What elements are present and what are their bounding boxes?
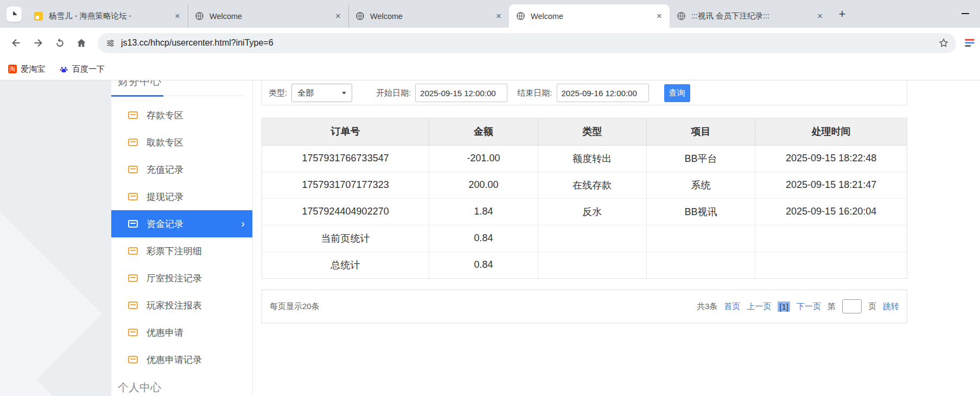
- tab-close-icon[interactable]: [815, 11, 825, 21]
- sidebar-menu-item[interactable]: 厅室投注记录: [111, 265, 252, 292]
- table-cell: 1757931766733547: [262, 145, 429, 172]
- bookmark-item[interactable]: 爱淘宝: [8, 64, 45, 74]
- menu-item-icon: [128, 329, 138, 336]
- jump-page-input[interactable]: [842, 299, 862, 313]
- forward-button[interactable]: [28, 33, 48, 53]
- table-row: 1757931766733547-201.00额度转出BB平台2025-09-1…: [262, 145, 907, 172]
- site-settings-icon: [105, 38, 116, 48]
- records-table-panel: 订单号金额类型项目处理时间 1757931766733547-201.00额度转…: [262, 118, 907, 279]
- menu-item-label: 资金记录: [147, 218, 183, 230]
- current-page-indicator: [1]: [778, 301, 790, 312]
- table-cell: [755, 252, 907, 278]
- tab-favicon: [34, 11, 43, 21]
- type-select[interactable]: 全部: [291, 84, 352, 102]
- menu-item-icon: [128, 356, 138, 363]
- type-select-value: 全部: [297, 88, 342, 98]
- tab-favicon: [355, 11, 365, 21]
- table-cell: 2025-09-15 16:20:04: [755, 198, 907, 225]
- sidebar-menu-item[interactable]: 提现记录: [111, 183, 252, 210]
- select-chevron-icon: [342, 92, 346, 95]
- tab-close-icon[interactable]: [173, 11, 182, 21]
- table-cell: [538, 225, 646, 252]
- sidebar-section-finance[interactable]: 财务中心: [111, 80, 245, 96]
- sidebar: 财务中心 存款专区 取款专区 充值记录 提现记录 资金记录 彩票下注明细 厅室投…: [111, 80, 253, 396]
- window-minimize-button[interactable]: [962, 13, 969, 14]
- first-page-link[interactable]: 首页: [724, 301, 740, 312]
- jump-label-suffix: 页: [868, 301, 876, 312]
- browser-toolbar: js13.cc/hhcp/usercenter.html?iniType=6: [0, 28, 980, 58]
- tab-list: 杨雪儿 - 海燕策略论坛 - Welcome Welcome Welcome :…: [27, 0, 830, 28]
- jump-button[interactable]: 跳转: [883, 301, 899, 312]
- tab-title: Welcome: [209, 12, 329, 21]
- table-header-cell: 项目: [646, 118, 755, 145]
- sidebar-menu-item[interactable]: 充值记录: [111, 156, 252, 183]
- new-tab-button[interactable]: [835, 7, 850, 22]
- sidebar-menu-item[interactable]: 优惠申请记录: [111, 346, 252, 373]
- tab-close-icon[interactable]: [654, 11, 664, 21]
- tab-search-button[interactable]: [7, 7, 22, 22]
- page-background: [0, 80, 111, 396]
- browser-tab[interactable]: Welcome: [348, 4, 509, 28]
- address-bar[interactable]: js13.cc/hhcp/usercenter.html?iniType=6: [98, 33, 956, 53]
- pagination-panel: 每页显示20条 共3条 首页 上一页 [1] 下一页 第 页 跳转: [262, 290, 907, 323]
- sidebar-menu-item[interactable]: 存款专区: [111, 102, 252, 129]
- home-icon: [75, 37, 87, 49]
- pager: 共3条 首页 上一页 [1] 下一页 第 页 跳转: [697, 299, 899, 313]
- table-cell: 当前页统计: [262, 225, 429, 252]
- browser-tab[interactable]: Welcome: [509, 4, 670, 28]
- tab-favicon: [676, 11, 686, 21]
- home-button[interactable]: [72, 33, 91, 53]
- chevron-right-icon: [241, 217, 245, 230]
- prev-page-link[interactable]: 上一页: [747, 301, 771, 312]
- menu-item-label: 玩家投注报表: [147, 299, 202, 312]
- menu-item-icon: [128, 193, 138, 200]
- table-cell: [646, 252, 755, 278]
- browser-tab[interactable]: Welcome: [188, 4, 348, 28]
- menu-item-icon: [128, 247, 138, 255]
- sidebar-menu-item[interactable]: 取款专区: [111, 129, 252, 156]
- tab-close-icon[interactable]: [494, 11, 504, 21]
- bookmark-star-icon[interactable]: [938, 37, 950, 51]
- sidebar-menu-item[interactable]: 优惠申请: [111, 319, 252, 346]
- table-row: 17579244049022701.84反水BB视讯2025-09-15 16:…: [262, 198, 907, 225]
- start-date-input[interactable]: [415, 84, 507, 102]
- page-content: 财务中心 存款专区 取款专区 充值记录 提现记录 资金记录 彩票下注明细 厅室投…: [0, 80, 980, 396]
- page-size-text: 每页显示20条: [270, 301, 320, 312]
- table-cell: [755, 225, 907, 252]
- reload-icon: [54, 37, 66, 49]
- table-cell: 2025-09-15 18:22:48: [755, 145, 907, 172]
- sidebar-menu-item[interactable]: 玩家投注报表: [111, 292, 252, 319]
- tab-favicon: [194, 11, 204, 21]
- menu-item-label: 存款专区: [147, 109, 183, 122]
- bookmark-item[interactable]: 百度一下: [59, 64, 105, 74]
- forward-arrow-icon: [32, 37, 44, 49]
- table-cell: 1757924404902270: [262, 198, 429, 225]
- browser-tab[interactable]: :::视讯 会员下注纪录:::: [670, 4, 830, 28]
- table-row: 1757931707177323200.00在线存款系统2025-09-15 1…: [262, 172, 907, 198]
- next-page-link[interactable]: 下一页: [797, 301, 821, 312]
- table-cell: 1.84: [429, 198, 538, 225]
- end-date-input[interactable]: [557, 84, 649, 102]
- sidebar-section-personal[interactable]: 个人中心: [118, 380, 161, 395]
- table-cell: 0.84: [429, 252, 538, 278]
- table-cell: [646, 225, 755, 252]
- table-header-cell: 订单号: [262, 118, 429, 145]
- jump-label-prefix: 第: [828, 301, 836, 312]
- back-button[interactable]: [7, 33, 26, 53]
- sidebar-menu-item[interactable]: 资金记录: [111, 210, 252, 237]
- side-panel-icon[interactable]: [962, 35, 978, 51]
- table-cell: 2025-09-15 18:21:47: [755, 172, 907, 198]
- menu-item-label: 厅室投注记录: [147, 272, 202, 285]
- type-filter-label: 类型:: [269, 88, 287, 98]
- sidebar-menu-item[interactable]: 彩票下注明细: [111, 237, 252, 265]
- query-button[interactable]: 查询: [664, 84, 690, 102]
- reload-button[interactable]: [50, 33, 69, 53]
- table-cell: 0.84: [429, 225, 538, 252]
- browser-tab[interactable]: 杨雪儿 - 海燕策略论坛 -: [27, 4, 188, 28]
- table-cell: 1757931707177323: [262, 172, 429, 198]
- menu-item-icon: [128, 139, 138, 146]
- table-cell: BB视讯: [646, 198, 755, 225]
- bookmark-label: 百度一下: [72, 64, 105, 74]
- tab-close-icon[interactable]: [333, 11, 343, 21]
- table-header-cell: 类型: [538, 118, 646, 145]
